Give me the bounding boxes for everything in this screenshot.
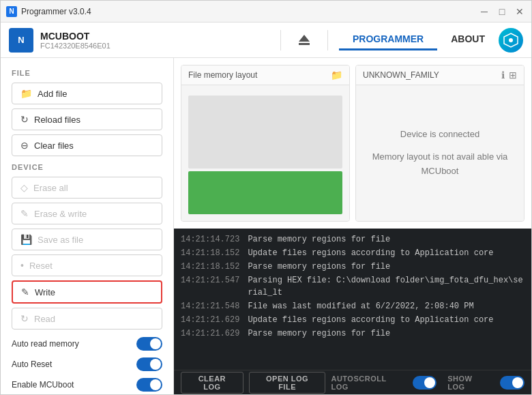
log-message: Parse memory regions for file	[248, 327, 390, 340]
enable-mcuboot-label: Enable MCUboot	[12, 380, 74, 390]
clear-icon: ⊖	[20, 140, 29, 151]
reset-icon: •	[20, 260, 24, 271]
device-id: FC142320E8546E01	[40, 42, 269, 50]
log-message: Parse memory regions for file	[248, 233, 390, 246]
show-log-label: SHOW LOG	[447, 375, 489, 391]
file-memory-title: File memory layout	[188, 70, 257, 80]
auto-read-memory-row: Auto read memory	[12, 334, 162, 354]
erase-all-icon: ◇	[20, 182, 28, 193]
file-section-label: FILE	[12, 69, 162, 77]
log-message: Update files regions according to Applic…	[248, 247, 493, 259]
tab-about[interactable]: ABOUT	[437, 29, 499, 50]
memory-panels: File memory layout 📁 UNKNOWN_FAMILY	[174, 58, 531, 229]
sidebar: FILE 📁 Add file ↻ Reload files ⊖ Clear f…	[1, 58, 174, 394]
erase-write-icon: ✎	[20, 208, 29, 219]
app-title: Programmer v3.0.4	[21, 7, 478, 16]
app-window: N Programmer v3.0.4 ─ □ ✕ N MCUBOOT FC14…	[0, 0, 532, 395]
log-line: 14:21:18.152Parse memory regions for fil…	[181, 260, 524, 274]
upload-icon-area	[292, 35, 316, 45]
folder-icon: 📁	[20, 88, 32, 99]
device-memory-header: UNKNOWN_FAMILY ℹ ⊞	[356, 65, 524, 85]
log-footer: CLEAR LOG OPEN LOG FILE AUTOSCROLL LOG S…	[174, 370, 531, 394]
auto-reset-toggle[interactable]	[136, 357, 162, 371]
nav-divider	[280, 30, 281, 50]
write-icon: ✎	[21, 287, 29, 297]
log-line: 14:21:21.629Update files regions accordi…	[181, 313, 524, 327]
maximize-button[interactable]: □	[496, 5, 508, 18]
file-memory-card: File memory layout 📁	[181, 65, 350, 222]
expand-icon: ⊞	[509, 70, 517, 81]
enable-mcuboot-row: Enable MCUboot	[12, 375, 162, 394]
device-section-label: DEVICE	[12, 163, 162, 171]
minimize-button[interactable]: ─	[478, 5, 490, 18]
svg-point-0	[509, 38, 513, 42]
show-log-toggle[interactable]	[500, 376, 524, 390]
add-file-button[interactable]: 📁 Add file	[12, 83, 162, 104]
file-memory-folder-icon: 📁	[331, 70, 342, 81]
auto-reset-label: Auto Reset	[12, 360, 52, 369]
title-bar: N Programmer v3.0.4 ─ □ ✕	[1, 1, 531, 23]
log-message: Parse memory regions for file	[248, 261, 390, 273]
tab-programmer[interactable]: PROGRAMMER	[339, 29, 437, 50]
file-memory-header: File memory layout 📁	[181, 65, 349, 85]
save-as-button[interactable]: 💾 Save as file	[12, 229, 162, 250]
log-timestamp: 14:21:21.629	[181, 327, 239, 340]
app-icon: N	[6, 6, 17, 17]
autoscroll-label: AUTOSCROLL LOG	[331, 375, 401, 391]
device-family-title: UNKNOWN_FAMILY	[363, 70, 439, 80]
main-content: FILE 📁 Add file ↻ Reload files ⊖ Clear f…	[1, 58, 531, 394]
erase-write-button[interactable]: ✎ Erase & write	[12, 203, 162, 224]
auto-read-memory-toggle[interactable]	[136, 337, 162, 351]
read-button[interactable]: ↻ Read	[12, 308, 162, 330]
file-memory-body	[181, 85, 349, 221]
close-button[interactable]: ✕	[514, 5, 526, 18]
enable-mcuboot-toggle[interactable]	[136, 378, 162, 392]
device-name: MCUBOOT	[40, 31, 269, 42]
window-controls: ─ □ ✕	[478, 5, 526, 18]
reset-button[interactable]: • Reset	[12, 254, 162, 276]
autoscroll-toggle[interactable]	[413, 376, 437, 390]
save-icon: 💾	[20, 234, 32, 245]
reload-icon: ↻	[20, 114, 29, 125]
erase-all-button[interactable]: ◇ Erase all	[12, 177, 162, 199]
log-timestamp: 14:21:14.723	[181, 233, 239, 246]
write-button[interactable]: ✎ Write	[12, 280, 162, 304]
reload-files-button[interactable]: ↻ Reload files	[12, 108, 162, 130]
upload-icon	[299, 35, 310, 45]
auto-reset-row: Auto Reset	[12, 354, 162, 375]
memory-unavailable-text: Memory layout is not avail able via MCUb…	[363, 150, 517, 179]
nav-tabs: PROGRAMMER ABOUT	[339, 29, 499, 50]
memory-used-region	[188, 171, 342, 214]
log-footer-right: AUTOSCROLL LOG SHOW LOG	[331, 375, 524, 391]
device-memory-card: UNKNOWN_FAMILY ℹ ⊞ Device is connected M…	[355, 65, 524, 222]
log-area: 14:21:14.723Parse memory regions for fil…	[174, 229, 531, 370]
nav-bar: N MCUBOOT FC142320E8546E01 PROGRAMMER AB…	[1, 23, 531, 58]
nav-divider-2	[327, 30, 328, 50]
right-panel: File memory layout 📁 UNKNOWN_FAMILY	[174, 58, 531, 394]
log-timestamp: 14:21:21.547	[181, 274, 239, 299]
log-timestamp: 14:21:21.629	[181, 314, 239, 326]
clear-log-button[interactable]: CLEAR LOG	[181, 372, 243, 394]
auto-read-memory-label: Auto read memory	[12, 339, 79, 349]
log-message: Parsing HEX file: C:\download folder\img…	[248, 274, 524, 299]
device-memory-body: Device is connected Memory layout is not…	[356, 85, 524, 221]
memory-empty-region	[188, 96, 342, 169]
log-line: 14:21:18.152Update files regions accordi…	[181, 246, 524, 260]
info-icon: ℹ	[501, 70, 505, 81]
nav-logo	[499, 28, 523, 53]
device-badge-icon: N	[9, 28, 33, 53]
log-message: Update files regions according to Applic…	[248, 314, 493, 326]
clear-files-button[interactable]: ⊖ Clear files	[12, 134, 162, 156]
log-line: 14:21:21.629Parse memory regions for fil…	[181, 327, 524, 340]
device-info: MCUBOOT FC142320E8546E01	[40, 31, 269, 50]
log-timestamp: 14:21:18.152	[181, 261, 239, 273]
log-line: 14:21:14.723Parse memory regions for fil…	[181, 233, 524, 246]
log-message: File was last modified at 6/2/2022, 2:08…	[248, 300, 473, 312]
log-timestamp: 14:21:18.152	[181, 247, 239, 259]
read-icon: ↻	[20, 313, 29, 324]
log-line: 14:21:21.547Parsing HEX file: C:\downloa…	[181, 274, 524, 299]
open-log-file-button[interactable]: OPEN LOG FILE	[249, 372, 326, 394]
log-timestamp: 14:21:21.548	[181, 300, 239, 312]
device-connected-text: Device is connected	[400, 128, 479, 142]
log-line: 14:21:21.548File was last modified at 6/…	[181, 299, 524, 313]
